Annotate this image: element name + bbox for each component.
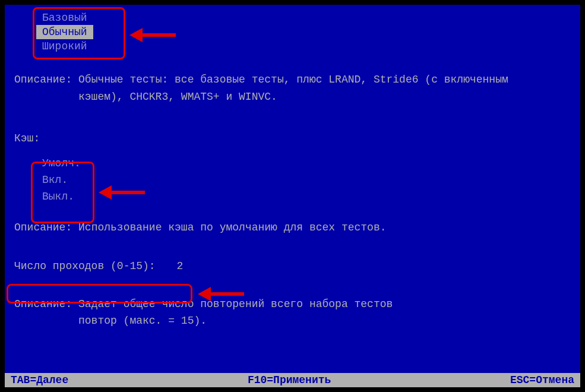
passes-label: Число проходов (0-15): <box>14 260 156 272</box>
test-desc-text: Обычные тесты: все базовые тесты, плюс L… <box>78 74 508 86</box>
cache-desc-text: Использование кэша по умолчанию для всех… <box>78 222 386 233</box>
description-label: Описание: <box>14 74 72 86</box>
cache-menu: Умолч. Вкл. Выкл. <box>36 155 87 205</box>
menu-item-normal[interactable]: Обычный <box>36 25 93 39</box>
test-desc-continuation: кэшем), CHCKR3, WMATS+ и WINVC. <box>78 88 575 106</box>
cache-label: Кэш: <box>14 132 575 144</box>
passes-value[interactable]: 2 <box>176 260 183 272</box>
cache-item-default[interactable]: Умолч. <box>36 155 87 172</box>
passes-desc-continuation: повтор (макс. = 15). <box>78 312 575 330</box>
passes-desc-text: Задает общее число повторений всего набо… <box>78 298 393 310</box>
footer-f10: F10=Применить <box>248 374 331 386</box>
passes-description: Описание: Задает общее число повторений … <box>14 296 575 330</box>
description-label-3: Описание: <box>14 298 72 310</box>
test-description: Описание: Обычные тесты: все базовые тес… <box>14 71 575 106</box>
cache-item-on[interactable]: Вкл. <box>36 172 87 188</box>
main-screen: Базовый Обычный Широкий Описание: Обычны… <box>5 5 580 387</box>
menu-item-wide[interactable]: Широкий <box>36 39 93 53</box>
footer-tab: TAB=Далее <box>11 374 68 386</box>
footer-bar: TAB=Далее F10=Применить ESC=Отмена <box>5 373 580 387</box>
menu-item-basic[interactable]: Базовый <box>36 11 93 25</box>
description-label-2: Описание: <box>14 222 72 233</box>
test-type-menu: Базовый Обычный Широкий <box>36 11 93 53</box>
passes-row: Число проходов (0-15): 2 <box>14 260 575 272</box>
cache-description: Описание: Использование кэша по умолчани… <box>14 222 575 233</box>
footer-esc: ESC=Отмена <box>510 374 574 386</box>
cache-item-off[interactable]: Выкл. <box>36 188 87 205</box>
